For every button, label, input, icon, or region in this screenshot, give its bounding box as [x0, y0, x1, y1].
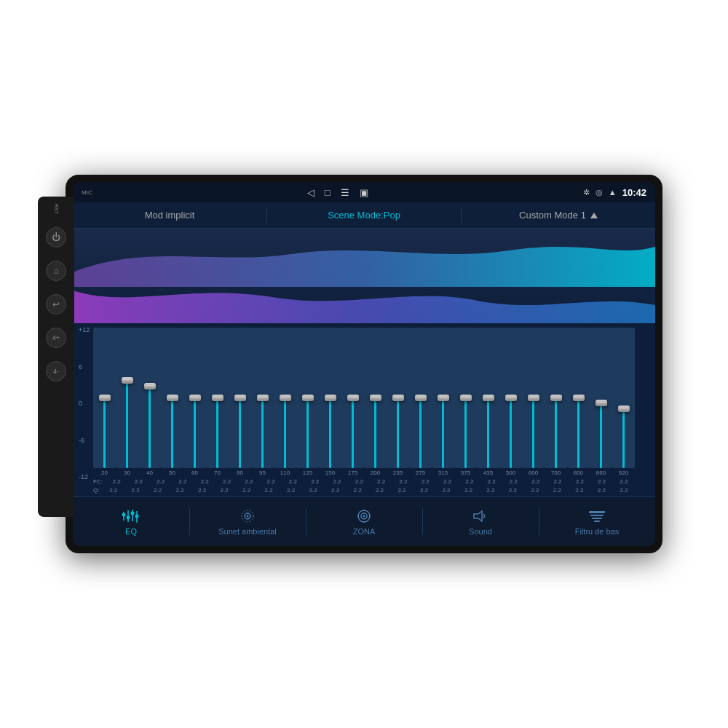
eq-slider-60[interactable]: [183, 328, 206, 468]
svg-point-10: [247, 515, 249, 517]
eq-slider-435[interactable]: [477, 328, 499, 468]
q-value-70: 2.2: [215, 478, 237, 485]
slider-handle-70[interactable]: [212, 395, 223, 401]
freq-label-500: 500: [499, 470, 522, 476]
slider-handle-700[interactable]: [550, 395, 562, 401]
slider-handle-275[interactable]: [415, 395, 427, 401]
eq-slider-860[interactable]: [590, 328, 612, 468]
slider-track-60: [183, 328, 206, 468]
slider-track-30: [116, 328, 138, 468]
q2-value-150: 2.2: [324, 487, 346, 494]
eq-slider-700[interactable]: [545, 328, 567, 468]
home-nav-icon[interactable]: □: [325, 187, 331, 198]
eq-slider-375[interactable]: [454, 328, 477, 468]
q2-value-920: 2.2: [613, 487, 635, 494]
bottom-nav-zona[interactable]: ZONA: [306, 497, 422, 546]
eq-slider-20[interactable]: [93, 328, 116, 468]
slider-handle-80[interactable]: [234, 395, 246, 401]
freq-label-125: 125: [296, 470, 319, 476]
slider-handle-800[interactable]: [573, 395, 585, 401]
slider-handle-175[interactable]: [347, 395, 359, 401]
power-button[interactable]: ⏻: [46, 227, 66, 248]
eq-slider-500[interactable]: [499, 328, 522, 468]
back-button[interactable]: ↩: [46, 294, 66, 314]
eq-slider-200[interactable]: [364, 328, 387, 468]
eq-slider-150[interactable]: [319, 328, 341, 468]
slider-handle-50[interactable]: [167, 395, 178, 401]
eq-slider-95[interactable]: [251, 328, 274, 468]
rst-label: RST: [54, 204, 59, 214]
eq-icon: [122, 508, 141, 524]
slider-handle-315[interactable]: [438, 395, 449, 401]
eq-slider-800[interactable]: [567, 328, 590, 468]
bottom-nav-filtru[interactable]: Filtru de bas: [539, 497, 655, 546]
back-nav-icon[interactable]: ◁: [307, 187, 314, 198]
freq-label-50: 50: [161, 470, 183, 476]
q-value-700: 2.2: [547, 478, 569, 485]
q2-value-50: 2.2: [169, 487, 191, 494]
location-icon: ◎: [596, 188, 603, 197]
slider-handle-435[interactable]: [483, 395, 494, 401]
eq-slider-175[interactable]: [341, 328, 364, 468]
slider-track-920: [612, 328, 635, 468]
custom-mode-tab[interactable]: Custom Mode 1: [462, 202, 655, 228]
svg-rect-21: [592, 518, 602, 519]
eq-slider-30[interactable]: [116, 328, 138, 468]
scene-mode-tab[interactable]: Scene Mode:Pop: [267, 202, 461, 228]
bottom-nav: EQ Sunet ambiental: [73, 496, 655, 546]
eq-slider-315[interactable]: [432, 328, 454, 468]
q2-value-60: 2.2: [191, 487, 213, 494]
slider-handle-30[interactable]: [122, 377, 133, 384]
slider-handle-500[interactable]: [505, 395, 517, 401]
eq-slider-125[interactable]: [296, 328, 319, 468]
slider-handle-375[interactable]: [460, 395, 472, 401]
screenshot-nav-icon[interactable]: ▣: [360, 187, 368, 198]
home-button[interactable]: ⌂: [46, 261, 66, 281]
eq-slider-600[interactable]: [522, 328, 545, 468]
q-value-50: 2.2: [172, 478, 194, 485]
slider-handle-125[interactable]: [302, 395, 314, 401]
eq-slider-70[interactable]: [206, 328, 229, 468]
sunet-label: Sunet ambiental: [218, 527, 277, 536]
slider-track-70: [206, 328, 229, 468]
eq-slider-275[interactable]: [409, 328, 432, 468]
q2-value-40: 2.2: [146, 487, 168, 494]
slider-handle-95[interactable]: [257, 395, 269, 401]
q-value-435: 2.2: [480, 478, 502, 485]
nav-icons: ◁ □ ☰ ▣: [307, 187, 368, 198]
slider-handle-600[interactable]: [528, 395, 539, 401]
eq-slider-80[interactable]: [229, 328, 251, 468]
q-value-110: 2.2: [282, 478, 304, 485]
slider-handle-235[interactable]: [392, 395, 404, 401]
menu-nav-icon[interactable]: ☰: [341, 187, 349, 198]
q2-value-30: 2.2: [124, 487, 146, 494]
bottom-nav-sunet[interactable]: Sunet ambiental: [189, 497, 306, 546]
mic-label: MIC: [82, 189, 92, 196]
eq-slider-40[interactable]: [138, 328, 161, 468]
slider-handle-40[interactable]: [144, 383, 156, 389]
slider-handle-200[interactable]: [370, 395, 381, 401]
q2-value-125: 2.2: [302, 487, 324, 494]
eq-slider-50[interactable]: [161, 328, 183, 468]
vol-down-button[interactable]: 4-: [46, 361, 66, 381]
slider-handle-20[interactable]: [99, 395, 111, 401]
bluetooth-icon: ✲: [583, 188, 590, 197]
bottom-nav-sound[interactable]: Sound: [422, 497, 539, 546]
mod-implicit-tab[interactable]: Mod implicit: [73, 202, 266, 228]
zona-label: ZONA: [353, 527, 376, 536]
slider-handle-60[interactable]: [189, 395, 201, 401]
slider-track-110: [274, 328, 296, 468]
svg-point-1: [122, 513, 126, 516]
q2-value-20: 2.2: [102, 487, 124, 494]
slider-handle-920[interactable]: [618, 405, 630, 412]
eq-slider-920[interactable]: [612, 328, 635, 468]
freq-label-435: 435: [477, 470, 499, 476]
eq-slider-235[interactable]: [387, 328, 409, 468]
vol-up-button[interactable]: 4+: [46, 328, 66, 348]
bottom-nav-eq[interactable]: EQ: [73, 497, 189, 546]
slider-handle-860[interactable]: [596, 400, 607, 406]
q-value-600: 2.2: [525, 478, 547, 485]
slider-handle-150[interactable]: [325, 395, 336, 401]
eq-slider-110[interactable]: [274, 328, 296, 468]
slider-handle-110[interactable]: [280, 395, 291, 401]
